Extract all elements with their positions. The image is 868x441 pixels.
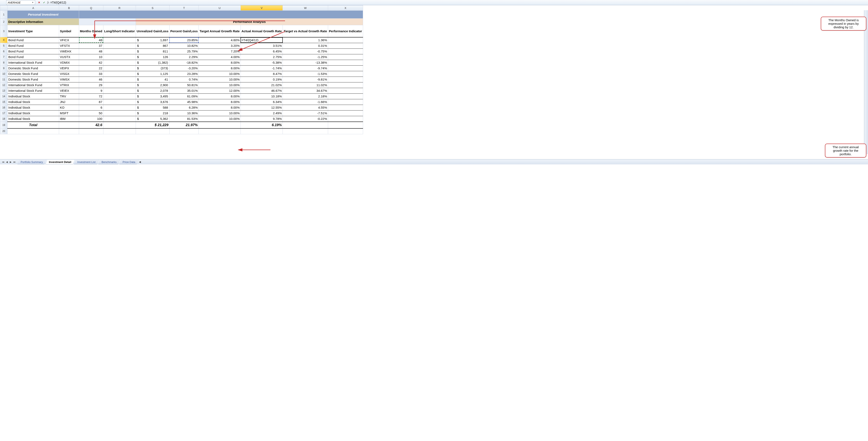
- cell[interactable]: 81.53%: [169, 116, 199, 122]
- tab-last-icon[interactable]: ⏭: [12, 160, 16, 164]
- cell[interactable]: $218: [136, 110, 169, 116]
- sheet-tab[interactable]: Investment Detail: [46, 160, 74, 165]
- cell[interactable]: Bond Fund: [7, 49, 59, 54]
- cell[interactable]: 8.00%: [199, 105, 241, 110]
- cell[interactable]: -9.74%: [283, 65, 328, 71]
- cell[interactable]: 34.67%: [283, 88, 328, 93]
- col-header[interactable]: Q: [79, 5, 103, 10]
- cell[interactable]: $1,125: [136, 71, 169, 77]
- cell[interactable]: 10.00%: [199, 110, 241, 116]
- cell[interactable]: 48: [79, 49, 103, 54]
- col-header[interactable]: V: [241, 5, 283, 10]
- cell[interactable]: [136, 128, 169, 134]
- cell[interactable]: 87: [79, 99, 103, 105]
- cell[interactable]: [328, 49, 363, 54]
- cell[interactable]: [103, 122, 136, 128]
- cell[interactable]: [103, 110, 136, 116]
- cell[interactable]: [199, 128, 241, 134]
- cell[interactable]: [103, 37, 136, 43]
- cell[interactable]: 7.20%: [199, 49, 241, 54]
- row-header[interactable]: 5: [0, 43, 7, 49]
- row-header[interactable]: 15: [0, 99, 7, 105]
- cell[interactable]: -9.81%: [283, 77, 328, 82]
- cell[interactable]: [103, 65, 136, 71]
- cell[interactable]: [328, 65, 363, 71]
- cell[interactable]: 61.09%: [169, 93, 199, 99]
- cell[interactable]: 46.67%: [241, 88, 283, 93]
- cell[interactable]: $3,676: [136, 99, 169, 105]
- cell[interactable]: [7, 128, 59, 134]
- cell[interactable]: Domestic Stock Fund: [7, 65, 59, 71]
- cell[interactable]: -7.51%: [283, 110, 328, 116]
- cell[interactable]: 12.55%: [241, 105, 283, 110]
- cell[interactable]: 8.00%: [199, 93, 241, 99]
- cell[interactable]: 29: [79, 82, 103, 88]
- cell[interactable]: [103, 60, 136, 65]
- cell[interactable]: Bond Fund: [7, 43, 59, 49]
- row-header[interactable]: 10: [0, 71, 7, 77]
- cancel-icon[interactable]: ✕: [37, 1, 41, 4]
- cell[interactable]: 35.01%: [169, 88, 199, 93]
- cell[interactable]: $2,900: [136, 82, 169, 88]
- cell[interactable]: 46: [79, 77, 103, 82]
- cell[interactable]: -13.38%: [283, 60, 328, 65]
- cell[interactable]: 23.85%: [169, 37, 199, 43]
- tab-scroll-indicator-icon[interactable]: ◀: [139, 160, 141, 164]
- cell[interactable]: Domestic Stock Fund: [7, 71, 59, 77]
- cell[interactable]: [328, 105, 363, 110]
- cell[interactable]: 10.00%: [199, 116, 241, 122]
- cell[interactable]: 6.28%: [169, 105, 199, 110]
- cell[interactable]: -0.22%: [283, 116, 328, 122]
- cell[interactable]: [103, 93, 136, 99]
- name-box[interactable]: AVERAGE ▼: [6, 0, 35, 5]
- cell[interactable]: $3,495: [136, 93, 169, 99]
- row-header[interactable]: 18: [0, 116, 7, 122]
- row-header[interactable]: 11: [0, 77, 7, 82]
- cell[interactable]: Individual Stock: [7, 105, 59, 110]
- cell[interactable]: Bond Fund: [7, 54, 59, 60]
- cell[interactable]: [79, 128, 103, 134]
- cell[interactable]: $126: [136, 54, 169, 60]
- cell[interactable]: KO: [59, 105, 79, 110]
- tab-next-icon[interactable]: ▶: [9, 160, 12, 164]
- cell[interactable]: -1.74%: [241, 65, 283, 71]
- cell[interactable]: IBM: [59, 116, 79, 122]
- cell[interactable]: 50.81%: [169, 82, 199, 88]
- tab-first-icon[interactable]: ⏮: [1, 160, 5, 164]
- cell[interactable]: International Stock Fund: [7, 88, 59, 93]
- cell[interactable]: 8.47%: [241, 71, 283, 77]
- cell[interactable]: Domestic Stock Fund: [7, 77, 59, 82]
- cell[interactable]: 25.79%: [169, 49, 199, 54]
- cell[interactable]: [241, 128, 283, 134]
- cell[interactable]: Individual Stock: [7, 93, 59, 99]
- row-header[interactable]: 9: [0, 65, 7, 71]
- cell[interactable]: [103, 49, 136, 54]
- cell[interactable]: [103, 128, 136, 134]
- active-cell[interactable]: =T4/(Q4/12): [241, 37, 283, 43]
- cell[interactable]: 100: [79, 116, 103, 122]
- cell[interactable]: 4.60%: [199, 37, 241, 43]
- col-header[interactable]: A: [7, 5, 59, 10]
- cell[interactable]: 8.00%: [199, 60, 241, 65]
- cell[interactable]: VDMIX: [59, 60, 79, 65]
- cell[interactable]: 45.98%: [169, 99, 199, 105]
- cell[interactable]: 3.20%: [199, 43, 241, 49]
- cell[interactable]: VIMSX: [59, 77, 79, 82]
- cell[interactable]: 21.02%: [241, 82, 283, 88]
- cell[interactable]: [103, 77, 136, 82]
- cell[interactable]: -5.38%: [241, 60, 283, 65]
- col-header[interactable]: R: [103, 5, 136, 10]
- cell[interactable]: -1.53%: [283, 71, 328, 77]
- cell[interactable]: $41: [136, 77, 169, 82]
- cell[interactable]: [328, 122, 363, 128]
- cell[interactable]: [328, 128, 363, 134]
- formula-input[interactable]: [49, 0, 868, 5]
- cell[interactable]: [328, 60, 363, 65]
- row-header[interactable]: 12: [0, 82, 7, 88]
- cell[interactable]: 4.00%: [199, 54, 241, 60]
- cell[interactable]: [103, 99, 136, 105]
- cell[interactable]: Individual Stock: [7, 99, 59, 105]
- spreadsheet-grid[interactable]: A B Q R S T U V W X 1Personal Investment…: [0, 5, 868, 159]
- row-header[interactable]: 19: [0, 122, 7, 128]
- col-header[interactable]: U: [199, 5, 241, 10]
